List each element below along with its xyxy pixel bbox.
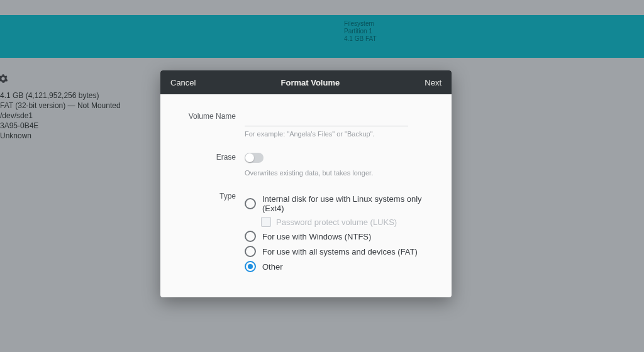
type-option-fat[interactable]: For use with all systems and devices (FA…: [245, 246, 434, 257]
erase-label: Erase: [178, 150, 245, 162]
checkbox-icon: [261, 217, 271, 227]
format-volume-dialog: Cancel Format Volume Next Volume Name Fo…: [160, 70, 452, 297]
type-option-label: Internal disk for use with Linux systems…: [262, 194, 434, 213]
dialog-title: Format Volume: [196, 78, 425, 87]
volume-name-label: Volume Name: [178, 109, 245, 121]
type-option-label: For use with all systems and devices (FA…: [262, 247, 418, 256]
radio-icon: [245, 231, 256, 242]
next-button[interactable]: Next: [425, 78, 441, 87]
type-option-label: Other: [262, 262, 283, 272]
radio-icon: [245, 198, 256, 209]
volume-name-hint: For example: "Angela's Files" or "Backup…: [245, 130, 434, 138]
type-option-label: For use with Windows (NTFS): [262, 232, 371, 241]
radio-icon: [245, 261, 256, 272]
erase-hint: Overwrites existing data, but takes long…: [245, 169, 434, 177]
dialog-body: Volume Name For example: "Angela's Files…: [160, 94, 452, 297]
type-option-ext4[interactable]: Internal disk for use with Linux systems…: [245, 194, 434, 213]
type-option-other[interactable]: Other: [245, 261, 434, 272]
cancel-button[interactable]: Cancel: [170, 78, 196, 87]
erase-toggle[interactable]: [245, 153, 264, 163]
type-option-ntfs[interactable]: For use with Windows (NTFS): [245, 231, 434, 242]
luks-checkbox-row: Password protect volume (LUKS): [261, 217, 434, 227]
toggle-knob: [245, 153, 254, 162]
volume-name-input[interactable]: [245, 109, 408, 126]
type-label: Type: [178, 189, 245, 201]
radio-icon: [245, 246, 256, 257]
dialog-header: Cancel Format Volume Next: [160, 70, 452, 94]
luks-label: Password protect volume (LUKS): [276, 217, 397, 227]
